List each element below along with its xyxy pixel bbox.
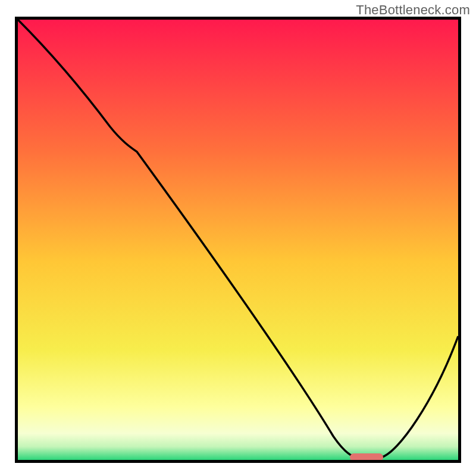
curve-layer [18,20,458,460]
plot-area [15,17,461,463]
watermark-text: TheBottleneck.com [356,2,470,18]
optimal-marker [350,453,383,460]
chart-container: TheBottleneck.com [0,0,476,476]
bottleneck-curve [18,20,458,458]
